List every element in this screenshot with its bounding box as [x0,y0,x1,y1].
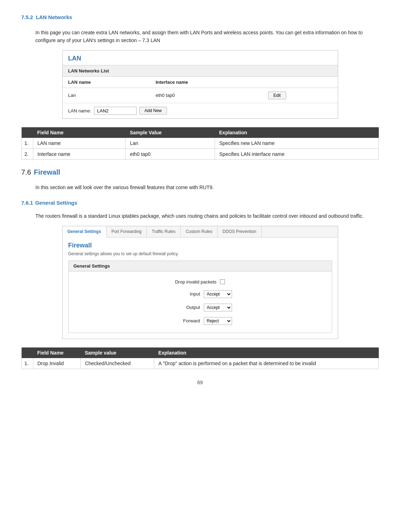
table-col-num [22,127,33,138]
section-752-body: In this page you can create extra LAN ne… [35,29,379,45]
section-76-number: 7.6 [21,168,31,176]
section-76-body: In this section we will look over the va… [35,183,379,191]
lan-col1-header: LAN name [63,77,150,88]
table-row: 2. Interface name eth0 tap0 Specifies LA… [22,148,379,159]
section-761-number: 7.6.1 [21,200,33,206]
lan-col2-header: Interface name [150,77,262,88]
section-752-number: 7.5.2 [21,14,33,20]
fw-settings-body: Drop invalid packets Input Accept Reject… [68,271,332,333]
lan-row1-col1: Lan [63,88,150,103]
fw-forward-select[interactable]: Reject Accept Drop [204,317,232,325]
fw-row-drop-invalid: Drop invalid packets [69,276,332,287]
fw-forward-label: Forward [168,318,200,323]
row-samplevalue: Checked/Unchecked [81,358,154,369]
row-fieldname: LAN name [33,138,126,149]
table-row: 1. LAN name Lan Specifies new LAN name [22,138,379,149]
section-761-heading: 7.6.1 General Settings [21,200,379,209]
fw-title: Firewall [68,242,332,249]
page-number: 69 [197,380,203,385]
fw-output-label: Output [168,305,200,310]
tab-traffic-rules[interactable]: Traffic Rules [147,226,181,237]
tab-custom-rules[interactable]: Custom Rules [181,226,218,237]
section-761-body: The routers firewall is a standard Linux… [35,212,379,220]
lan-edit-button[interactable]: Edit [268,92,286,99]
lan-row1: Lan eth0 tap0 Edit [63,88,338,103]
fw-row-output: Output Accept Reject Drop [69,301,332,314]
firewall-screenshot: General Settings Port Forwarding Traffic… [62,226,338,339]
section-76-heading: 7.6 Firewall [21,168,379,180]
row-samplevalue: eth0 tap0 [126,148,215,159]
table-col-fieldname: Field Name [33,127,126,138]
tab-port-forwarding[interactable]: Port Forwarding [106,226,147,237]
table-row: 1. Drop Invalid Checked/Unchecked A "Dro… [22,358,379,369]
table-col-explanation: Explanation [215,127,379,138]
fw-output-select[interactable]: Accept Reject Drop [204,304,232,311]
section-76-title: Firewall [34,168,60,176]
row-num: 1. [22,358,33,369]
table-col-samplevalue: Sample value [81,347,154,358]
lan-networks-list-header: LAN Networks List [63,65,338,77]
fw-subtitle: General settings allows you to set up de… [68,251,332,256]
row-fieldname: Drop Invalid [33,358,80,369]
tab-ddos-prevention[interactable]: DDOS Prevention [218,226,261,237]
row-num: 1. [22,138,33,149]
fw-body: Firewall General settings allows you to … [63,238,338,339]
lan-data-table: Field Name Sample Value Explanation 1. L… [21,127,379,160]
lan-add-label: LAN name: [68,108,91,113]
page-footer: 69 [21,380,379,385]
lan-table: LAN name Interface name Lan eth0 tap0 Ed… [63,77,338,103]
tab-general-settings[interactable]: General Settings [63,226,106,238]
lan-row1-col2: eth0 tap0 [150,88,262,103]
fw-data-table: Field Name Sample value Explanation 1. D… [21,347,379,369]
row-num: 2. [22,148,33,159]
fw-input-select[interactable]: Accept Reject Drop [204,290,232,298]
fw-row-forward: Forward Reject Accept Drop [69,314,332,328]
lan-screenshot: LAN LAN Networks List LAN name Interface… [62,50,338,119]
fw-tabs: General Settings Port Forwarding Traffic… [63,226,338,238]
lan-add-new-button[interactable]: Add New [139,107,167,115]
row-explanation: A "Drop" action is performed on a packet… [154,358,379,369]
lan-header: LAN [63,51,338,65]
row-explanation: Specifies new LAN name [215,138,379,149]
fw-drop-label: Drop invalid packets [175,279,216,285]
fw-drop-checkbox[interactable] [220,279,225,284]
fw-general-settings-header: General Settings [68,261,332,271]
table-col-num [22,347,33,358]
row-fieldname: Interface name [33,148,126,159]
section-761-title: General Settings [35,200,77,206]
section-752-heading: 7.5.2 LAN Networks [21,14,379,23]
lan-name-input[interactable] [94,107,137,115]
fw-input-label: Input [168,291,200,297]
table-col-fieldname: Field Name [33,347,80,358]
row-samplevalue: Lan [126,138,215,149]
table-col-explanation: Explanation [154,347,379,358]
lan-add-row: LAN name: Add New [63,103,338,118]
table-col-samplevalue: Sample Value [126,127,215,138]
section-752-title: LAN Networks [36,14,72,20]
row-explanation: Specifies LAN interface name [215,148,379,159]
fw-row-input: Input Accept Reject Drop [69,287,332,301]
